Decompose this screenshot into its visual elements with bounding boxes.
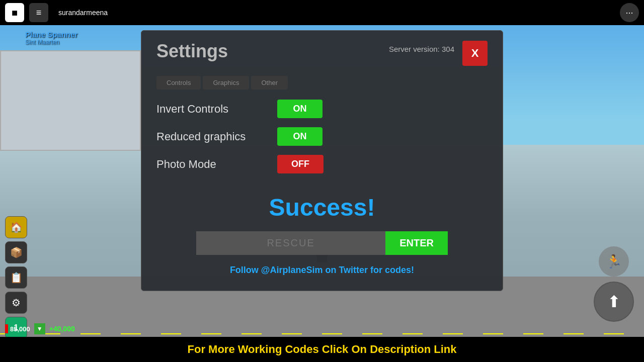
follow-text: Follow @AirplaneSim on Twitter for codes… bbox=[230, 265, 414, 276]
close-button[interactable]: X bbox=[462, 41, 488, 66]
tab-other[interactable]: Other bbox=[251, 76, 288, 89]
invert-controls-label: Invert Controls bbox=[156, 103, 267, 116]
settings-title: Settings bbox=[156, 41, 228, 62]
photo-mode-label: Photo Mode bbox=[156, 158, 267, 171]
server-version: Server version: 304 bbox=[389, 45, 454, 53]
invert-controls-toggle[interactable]: ON bbox=[277, 100, 323, 118]
modal-header: Settings Server version: 304 X bbox=[156, 41, 488, 66]
modal-header-right: Server version: 304 X bbox=[389, 41, 488, 66]
settings-modal: Settings Server version: 304 X Controls … bbox=[141, 30, 503, 291]
enter-button[interactable]: ENTER bbox=[385, 231, 448, 255]
modal-header-left: Settings bbox=[156, 41, 228, 62]
setting-row-reduced-graphics: Reduced graphics ON bbox=[156, 127, 488, 146]
tab-controls[interactable]: Controls bbox=[156, 76, 201, 89]
modal-tabs: Controls Graphics Other bbox=[156, 76, 488, 89]
modal-overlay: Settings Server version: 304 X Controls … bbox=[0, 0, 644, 362]
photo-mode-toggle[interactable]: OFF bbox=[277, 155, 324, 173]
success-text: Success! bbox=[269, 194, 375, 221]
setting-row-photo-mode: Photo Mode OFF bbox=[156, 155, 488, 173]
code-input-field[interactable] bbox=[196, 231, 385, 255]
reduced-graphics-label: Reduced graphics bbox=[156, 130, 267, 143]
setting-row-invert-controls: Invert Controls ON bbox=[156, 100, 488, 118]
code-input-row: ENTER bbox=[196, 231, 448, 255]
reduced-graphics-toggle[interactable]: ON bbox=[277, 127, 323, 146]
tab-graphics[interactable]: Graphics bbox=[203, 76, 249, 89]
success-section: Success! ENTER Follow @AirplaneSim on Tw… bbox=[156, 194, 488, 276]
